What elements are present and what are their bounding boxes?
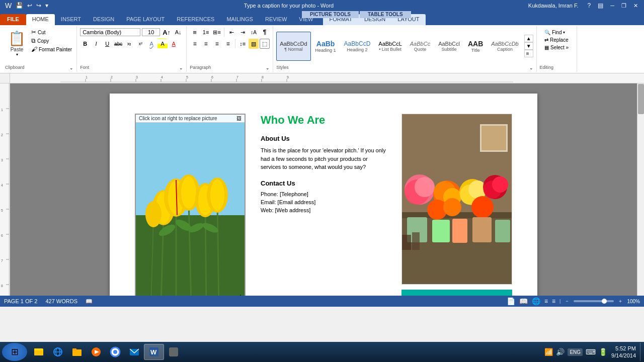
shading-button[interactable]: ▧ [249, 39, 259, 49]
decrease-font-button[interactable]: A↓ [173, 27, 183, 37]
italic-button[interactable]: I [91, 39, 101, 49]
bullets-button[interactable]: ≡ [190, 27, 200, 37]
view-draft-icon[interactable]: ≡ [552, 298, 555, 305]
zoom-level[interactable]: 100% [627, 299, 640, 304]
style-scroll-down[interactable]: ▼ [524, 42, 533, 50]
tab-references[interactable]: REFERENCES [171, 14, 220, 25]
power-icon[interactable]: 🔋 [599, 348, 607, 356]
tab-mailings[interactable]: MAILINGS [220, 14, 259, 25]
borders-button[interactable]: ⬚ [260, 39, 270, 49]
scroll-thumb[interactable] [638, 84, 644, 114]
copy-button[interactable]: ⧉ Copy [30, 37, 73, 45]
redo-button[interactable]: ↪ [35, 2, 42, 10]
show-formatting-button[interactable]: ¶ [260, 27, 270, 37]
contact-web[interactable]: Web: [Web address] [261, 207, 386, 213]
style-heading2[interactable]: AaBbCcD Heading 2 [341, 32, 374, 61]
align-left-button[interactable]: ≡ [190, 39, 200, 49]
zoom-thumb[interactable] [602, 299, 607, 304]
zoom-in-button[interactable]: ＋ [618, 298, 623, 305]
view-web-icon[interactable]: 🌐 [532, 297, 540, 305]
contact-phone[interactable]: Phone: [Telephone] [261, 191, 386, 197]
tab-design[interactable]: DESIGN [87, 14, 120, 25]
spelling-icon[interactable]: 📖 [86, 298, 93, 305]
font-size-input[interactable] [142, 28, 160, 36]
minimize-button[interactable]: ─ [608, 2, 616, 9]
format-painter-button[interactable]: 🖌 Format Painter [30, 45, 73, 53]
style-caption[interactable]: AaBbCcDb Caption [488, 32, 522, 61]
about-us-text[interactable]: This is the place for your 'elevator pit… [261, 146, 386, 171]
document-container[interactable]: Click icon at right to replace picture 🖼 [10, 83, 637, 296]
save-button[interactable]: 💾 [15, 2, 24, 10]
style-title[interactable]: AAB Title [464, 32, 487, 61]
about-us-title[interactable]: About Us [261, 135, 386, 142]
tab-insert[interactable]: INSERT [55, 14, 87, 25]
undo-button[interactable]: ↩ [26, 2, 33, 10]
style-normal[interactable]: AaBbCcDd ¶ Normal [276, 32, 310, 61]
style-quote[interactable]: AaBbCc Quote [407, 32, 434, 61]
word-icon[interactable]: W [4, 1, 13, 10]
align-right-button[interactable]: ≡ [212, 39, 222, 49]
tab-file[interactable]: FILE [0, 14, 26, 25]
zoom-out-button[interactable]: － [565, 298, 570, 305]
bold-button[interactable]: B [80, 39, 90, 49]
paragraph-expand-icon[interactable]: ⌄ [266, 65, 270, 70]
taskbar-chrome[interactable] [106, 344, 125, 360]
help-button[interactable]: ? [586, 2, 593, 10]
font-color-button[interactable]: A [169, 39, 179, 49]
view-print-icon[interactable]: 📄 [507, 297, 515, 305]
restore-button[interactable]: ❐ [619, 2, 628, 10]
style-scroll-up[interactable]: ▲ [524, 35, 533, 42]
taskbar-ie[interactable] [48, 344, 67, 360]
start-button[interactable]: ⊞ [2, 343, 27, 361]
volume-icon[interactable]: 🔊 [556, 348, 565, 356]
tab-page-layout[interactable]: PAGE LAYOUT [120, 14, 171, 25]
superscript-button[interactable]: x² [135, 39, 145, 49]
find-dropdown[interactable]: ▾ [563, 30, 565, 35]
highlight-button[interactable]: A [157, 39, 168, 49]
zoom-slider[interactable] [574, 300, 614, 302]
style-more-button[interactable]: ≡ [524, 50, 533, 57]
styles-expand-icon[interactable]: ⌄ [529, 65, 533, 70]
taskbar-explorer[interactable] [29, 344, 48, 360]
input-icon[interactable]: ENG [568, 348, 583, 356]
company-box[interactable]: [COMPANY NAME] [401, 290, 512, 296]
taskbar-app8[interactable]: 🎵 [164, 344, 183, 360]
keyboard-icon[interactable]: ⌨ [586, 348, 596, 356]
view-read-icon[interactable]: 📖 [519, 297, 528, 305]
cut-button[interactable]: ✂ Cut [30, 28, 73, 36]
subscript-button[interactable]: x₂ [124, 39, 134, 49]
decrease-indent-button[interactable]: ⇤ [226, 27, 236, 37]
select-button[interactable]: ▦ Select » [543, 44, 570, 51]
tab-review[interactable]: REVIEW [259, 14, 293, 25]
find-button[interactable]: 🔍 Find ▾ [543, 29, 570, 36]
strikethrough-button[interactable]: abc [113, 39, 123, 49]
sort-button[interactable]: ↕A [249, 27, 259, 37]
taskbar-files[interactable] [67, 344, 87, 360]
style-heading1[interactable]: AaBb Heading 1 [312, 32, 340, 61]
picture-tools-label[interactable]: PICTURE TOOLS [302, 11, 359, 18]
underline-button[interactable]: U [102, 39, 112, 49]
customize-qa[interactable]: ▾ [44, 2, 49, 10]
taskbar-media[interactable] [87, 344, 106, 360]
font-name-select[interactable] [80, 28, 140, 36]
taskbar-word[interactable]: W [144, 344, 164, 360]
taskbar-outlook[interactable] [125, 344, 144, 360]
doc-heading[interactable]: Who We Are [261, 114, 386, 127]
photo-placeholder[interactable]: Click icon at right to replace picture 🖼 [135, 114, 246, 296]
paste-button[interactable]: 📋 Paste ▾ [5, 28, 29, 59]
style-list-bullet[interactable]: AaBbCcL • List Bullet [375, 32, 405, 61]
photo-replace-icon[interactable]: 🖼 [236, 116, 242, 121]
multilevel-button[interactable]: ⊞≡ [212, 27, 222, 37]
paste-dropdown-icon[interactable]: ▾ [16, 52, 18, 57]
network-icon[interactable]: 📶 [544, 348, 553, 356]
show-desktop-button[interactable] [640, 343, 642, 361]
line-spacing-button[interactable]: ↕≡ [237, 39, 248, 49]
table-tools-label[interactable]: TABLE TOOLS [360, 11, 411, 18]
tab-home[interactable]: HOME [26, 14, 55, 25]
increase-font-button[interactable]: A↑ [162, 27, 172, 37]
text-effects-button[interactable]: A [146, 39, 156, 49]
view-outline-icon[interactable]: ≡ [544, 298, 548, 305]
close-button[interactable]: ✕ [631, 2, 640, 10]
contact-title[interactable]: Contact Us [261, 179, 386, 187]
system-clock[interactable]: 5:52 PM 9/14/2014 [611, 345, 636, 359]
